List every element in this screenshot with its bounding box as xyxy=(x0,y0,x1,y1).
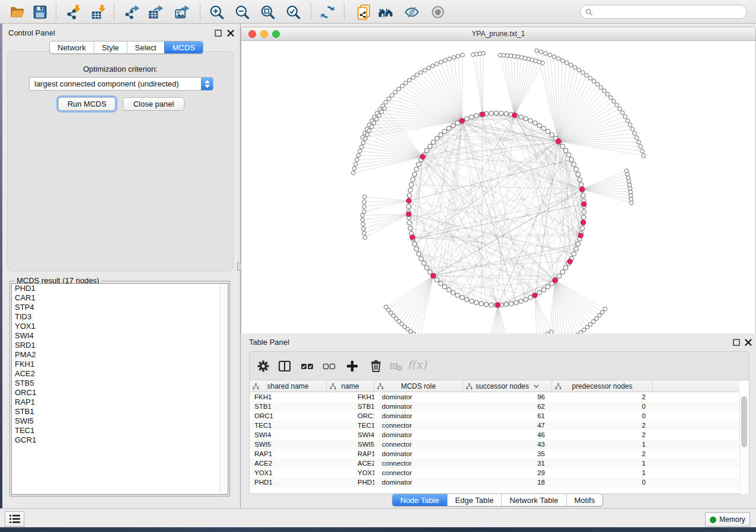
table-cell[interactable]: STB1 xyxy=(250,402,327,411)
table-cell[interactable]: 2 xyxy=(552,430,653,440)
table-row[interactable]: TEC1TEC1connector472 xyxy=(250,421,739,430)
export-table-button[interactable] xyxy=(146,2,166,21)
close-table-panel-button[interactable] xyxy=(744,338,752,347)
table-row[interactable]: SWI4SWI4dominator462 xyxy=(250,430,739,440)
select-all-columns-button[interactable] xyxy=(298,357,316,375)
table-cell[interactable]: SWI5 xyxy=(327,440,374,449)
table-row[interactable]: ACE2ACE2connector311 xyxy=(250,459,739,468)
open-session-button[interactable] xyxy=(7,2,27,21)
table-cell[interactable]: 1 xyxy=(552,440,653,449)
apply-layout-button[interactable] xyxy=(317,2,337,21)
table-cell[interactable]: SWI4 xyxy=(250,430,327,440)
mcds-result-item[interactable]: ORC1 xyxy=(12,388,228,398)
table-row[interactable]: SWI5SWI5connector431 xyxy=(250,440,739,449)
optimization-criterion-select[interactable]: largest connected component (undirected) xyxy=(29,77,213,91)
table-row[interactable]: STB1STB1dominator620 xyxy=(250,402,739,411)
mcds-list-scrollbar[interactable] xyxy=(219,284,228,494)
table-cell[interactable]: 46 xyxy=(463,430,552,440)
table-cell[interactable]: 2 xyxy=(552,392,653,402)
tab-style[interactable]: Style xyxy=(94,41,127,53)
import-network-button[interactable] xyxy=(64,2,84,21)
column-header-shared-name[interactable]: shared name xyxy=(250,380,327,392)
mcds-result-item[interactable]: PHD1 xyxy=(12,284,228,293)
column-header-successor-nodes[interactable]: successor nodes xyxy=(463,380,552,392)
column-header-MCDS-role[interactable]: MCDS role xyxy=(374,380,463,392)
table-cell[interactable]: dominator xyxy=(374,411,463,421)
float-table-panel-button[interactable] xyxy=(732,338,741,347)
table-cell[interactable]: connector xyxy=(374,421,463,430)
close-panel-action-button[interactable]: Close panel xyxy=(123,97,184,111)
show-graphics-details-button[interactable] xyxy=(428,2,448,21)
scrollbar-thumb[interactable] xyxy=(741,396,747,447)
import-table-button[interactable] xyxy=(89,2,109,21)
run-mcds-button[interactable]: Run MCDS xyxy=(58,97,116,111)
first-neighbors-button[interactable] xyxy=(375,2,395,21)
table-cell[interactable]: SWI5 xyxy=(250,440,327,449)
table-cell[interactable]: 47 xyxy=(463,421,552,430)
table-cell[interactable]: 2 xyxy=(552,421,653,430)
table-cell[interactable]: 18 xyxy=(463,477,552,487)
table-settings-button[interactable] xyxy=(254,357,272,375)
table-cell[interactable]: FKH1 xyxy=(327,392,374,402)
table-cell[interactable]: 1 xyxy=(552,459,653,468)
table-cell[interactable]: ORC1 xyxy=(250,411,327,421)
table-row[interactable]: RAP1RAP1dominator352 xyxy=(250,449,739,459)
table-cell[interactable]: 29 xyxy=(463,468,552,477)
close-panel-button[interactable] xyxy=(227,29,235,37)
tab-network-table[interactable]: Network Table xyxy=(501,494,566,506)
mcds-result-item[interactable]: CAR1 xyxy=(12,293,228,303)
mcds-result-item[interactable]: SWI4 xyxy=(12,331,228,341)
table-cell[interactable]: FKH1 xyxy=(250,392,327,402)
table-row[interactable]: ORC1ORC1dominator610 xyxy=(250,411,739,421)
table-cell[interactable]: dominator xyxy=(374,449,463,459)
table-cell[interactable]: 35 xyxy=(463,449,552,459)
table-scrollbar[interactable] xyxy=(739,393,748,494)
show-column-panel-button[interactable] xyxy=(276,357,294,375)
tab-network[interactable]: Network xyxy=(50,41,94,53)
table-cell[interactable]: 0 xyxy=(552,477,653,487)
table-cell[interactable]: 0 xyxy=(552,411,653,421)
table-cell[interactable]: connector xyxy=(374,459,463,468)
column-header-predecessor-nodes[interactable]: predecessor nodes xyxy=(552,380,653,392)
network-window-titlebar[interactable]: YPA_prune.txt_1 xyxy=(241,27,755,41)
table-cell[interactable]: SWI4 xyxy=(327,430,374,440)
memory-button[interactable]: Memory xyxy=(705,512,750,527)
table-cell[interactable]: PHD1 xyxy=(250,477,327,487)
column-header-name[interactable]: name xyxy=(327,380,374,392)
mcds-result-item[interactable]: STB5 xyxy=(12,379,228,388)
search-field[interactable] xyxy=(580,5,747,19)
save-session-button[interactable] xyxy=(30,2,50,21)
mcds-result-item[interactable]: TID3 xyxy=(12,312,228,322)
mcds-result-item[interactable]: GCR1 xyxy=(12,435,228,445)
mcds-result-item[interactable]: FKH1 xyxy=(12,360,228,369)
table-cell[interactable]: 1 xyxy=(552,468,653,477)
export-image-button[interactable] xyxy=(172,2,192,21)
table-cell[interactable]: 62 xyxy=(463,402,552,411)
zoom-out-button[interactable] xyxy=(232,2,252,21)
tab-mcds[interactable]: MCDS xyxy=(164,41,203,53)
table-cell[interactable]: PHD1 xyxy=(327,477,374,487)
table-cell[interactable]: 61 xyxy=(463,411,552,421)
network-canvas[interactable] xyxy=(241,41,755,334)
search-input[interactable] xyxy=(596,7,747,17)
table-cell[interactable]: dominator xyxy=(374,430,463,440)
table-cell[interactable]: dominator xyxy=(374,402,463,411)
table-row[interactable]: PHD1PHD1dominator180 xyxy=(250,477,739,487)
mcds-result-item[interactable]: STB1 xyxy=(12,407,228,416)
tab-edge-table[interactable]: Edge Table xyxy=(447,494,502,506)
unselect-all-columns-button[interactable] xyxy=(320,357,338,375)
create-column-button[interactable] xyxy=(343,357,361,375)
zoom-fit-button[interactable] xyxy=(257,2,277,21)
mcds-result-item[interactable]: YOX1 xyxy=(12,322,228,331)
table-cell[interactable]: 31 xyxy=(463,459,552,468)
float-panel-button[interactable] xyxy=(214,29,222,37)
table-row[interactable]: FKH1FKH1dominator962 xyxy=(250,392,739,402)
hide-graphics-details-button[interactable] xyxy=(401,2,422,21)
mcds-result-item[interactable]: SWI5 xyxy=(12,416,228,426)
table-cell[interactable]: ACE2 xyxy=(327,459,374,468)
table-cell[interactable]: 96 xyxy=(463,392,552,402)
mcds-result-item[interactable]: RAP1 xyxy=(12,398,228,407)
table-cell[interactable]: 2 xyxy=(552,449,653,459)
table-cell[interactable]: ORC1 xyxy=(327,411,374,421)
table-cell[interactable]: YOX1 xyxy=(327,468,374,477)
